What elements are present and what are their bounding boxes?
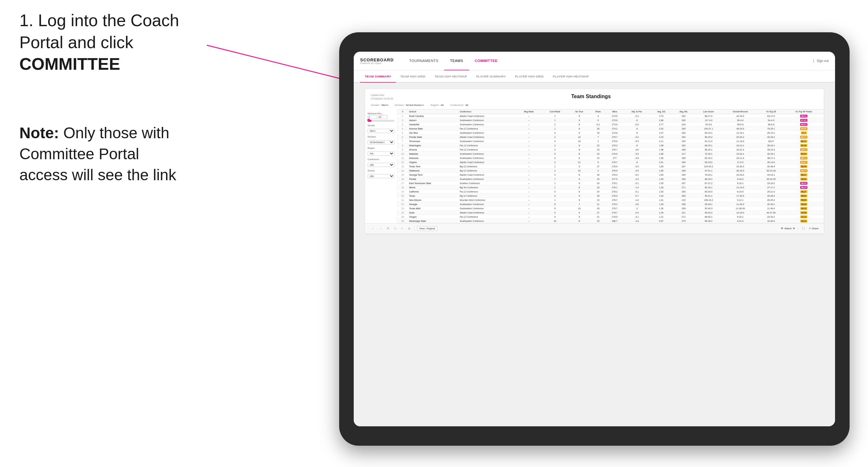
cell-avg-rd: 203: [672, 122, 695, 127]
cell-vs-top25: 39-23-3: [758, 148, 784, 152]
cell-overall: 18-12-1: [722, 144, 758, 148]
side-region-select[interactable]: N/A: [368, 152, 395, 156]
sign-out-link[interactable]: Sign out: [817, 59, 829, 63]
nav-tournaments[interactable]: TOURNAMENTS: [403, 52, 444, 70]
share-label: Share: [812, 227, 818, 230]
table-row: 13Texas TechBig 12 Conference–1927276.9-…: [397, 164, 824, 168]
cell-avg-rd: 265: [672, 127, 695, 131]
cell-low-score: 100-27.1: [695, 127, 722, 131]
cell-avg-rd: 260: [672, 118, 695, 122]
cell-avg-sg: 1.55: [650, 181, 672, 185]
cell-conference: Southeastern Conference: [458, 118, 516, 122]
cell-overall: 49-23-0: [722, 127, 758, 131]
cell-reg-rank: –: [516, 131, 541, 135]
cell-vs-top25: 38-17-1: [758, 156, 784, 160]
cell-conference: Atlantic Coast Conference: [458, 160, 516, 164]
cell-rnds: 2: [590, 139, 606, 144]
side-school-select[interactable]: (All): [368, 174, 395, 178]
toolbar-clock[interactable]: ◷: [407, 226, 411, 230]
cell-overall: 23-23-0: [722, 173, 758, 177]
toolbar-expand[interactable]: ⛶: [801, 226, 806, 230]
cell-overall: 23-11-0: [722, 156, 758, 160]
side-division-select[interactable]: NCAA Division I: [368, 140, 395, 144]
cell-conf-rank: 1: [541, 198, 568, 202]
sub-nav-player-h2h-heatmap[interactable]: PLAYER H2H HEATMAP: [548, 70, 593, 83]
cell-rank: 3: [397, 122, 408, 127]
toolbar-reload[interactable]: ↻: [386, 226, 391, 230]
cell-avg-sg: 1.28: [650, 185, 672, 190]
cell-conf-rank: 1: [541, 185, 568, 190]
cell-conference: Atlantic Coast Conference: [458, 135, 516, 139]
cell-conference: Southern Conference: [458, 181, 516, 185]
cell-avg-rd: 269: [672, 206, 695, 211]
cell-no-tour: 8: [568, 219, 590, 223]
cell-overall: 15-32-0: [722, 164, 758, 168]
cell-no-tour: 9: [568, 198, 590, 202]
cell-adj: -3.8: [623, 202, 650, 206]
cell-rnds: 6: [590, 160, 606, 164]
col-reg-rank: Reg Rank: [516, 110, 541, 114]
sub-nav-team-summary[interactable]: TEAM SUMMARY: [360, 70, 396, 83]
cell-reg-rank: –: [516, 144, 541, 148]
filter-division-value: NCAA Division I: [406, 104, 424, 106]
table-row: 4Arizona StatePac-12 Conference–1926274.…: [397, 127, 824, 131]
cell-rank: 17: [397, 181, 408, 185]
side-conference-select[interactable]: (All): [368, 163, 395, 167]
sub-nav-player-summary[interactable]: PLAYER SUMMARY: [472, 70, 510, 83]
view-original-btn[interactable]: View: Original: [417, 226, 437, 231]
side-division-label: Division: [368, 136, 395, 138]
cell-pts: 46.42: [784, 206, 824, 211]
cell-pts: 38.54: [784, 202, 824, 206]
cell-rnds: 21: [590, 215, 606, 219]
cell-reg-rank: –: [516, 152, 541, 156]
sub-nav-team-h2h-heatmap[interactable]: TEAM H2H HEATMAP: [430, 70, 472, 83]
cell-conference: Atlantic Coast Conference: [458, 173, 516, 177]
watch-btn[interactable]: 👁 Watch ▼: [781, 227, 795, 230]
cell-wins: 275.9: [606, 139, 623, 144]
toolbar-forward[interactable]: →: [378, 226, 383, 230]
nav-committee[interactable]: COMMITTEE: [469, 52, 504, 70]
min-rounds-input-2[interactable]: [378, 115, 388, 119]
cell-rnds: 18: [590, 131, 606, 135]
cell-wins: 279.1: [606, 185, 623, 190]
cell-no-tour: 9: [568, 118, 590, 122]
cell-school: Florida State: [408, 135, 459, 139]
filter-gender-label: Gender:: [371, 104, 380, 106]
table-row: 3VanderbiltSoutheastern Conference–286.2…: [397, 122, 824, 127]
filter-gender-value: Men's: [381, 104, 388, 106]
cell-school: North Carolina: [408, 114, 459, 118]
sub-nav-player-h2h-grid[interactable]: PLAYER H2H GRID: [510, 70, 548, 83]
cell-low-score: 117-4.0: [695, 118, 722, 122]
cell-wins: 278.7: [606, 211, 623, 215]
nav-teams[interactable]: TEAMS: [444, 52, 469, 70]
cell-reg-rank: –: [516, 160, 541, 164]
toolbar-add[interactable]: +: [400, 226, 404, 230]
min-rounds-input-1[interactable]: [368, 115, 377, 119]
cell-low-score: 80-25.2: [695, 177, 722, 181]
table-row: 26Mississippi StateSoutheastern Conferen…: [397, 219, 824, 223]
cell-conf-rank: 6: [541, 156, 568, 160]
toolbar-screenshot[interactable]: □: [393, 226, 397, 230]
panel-title: Team Standings: [393, 94, 789, 99]
share-btn[interactable]: ↗ Share: [809, 227, 818, 230]
side-gender-select[interactable]: Men's: [368, 129, 395, 133]
cell-low-score: 91-6.0: [695, 122, 722, 127]
sub-nav-team-h2h-grid[interactable]: TEAM H2H GRID: [396, 70, 430, 83]
cell-no-tour: 9: [568, 127, 590, 131]
cell-no-tour: 18: [568, 139, 590, 144]
cell-overall: 9-10-1: [722, 181, 758, 185]
cell-conference: Atlantic Coast Conference: [458, 211, 516, 215]
toolbar-back[interactable]: ←: [370, 226, 375, 230]
cell-school: Duke: [408, 211, 459, 215]
cell-rank: 12: [397, 160, 408, 164]
table-row: 16FloridaSoutheastern Conference–7924277…: [397, 177, 824, 181]
cell-vs-top25: 34-24-25: [758, 177, 784, 181]
committee-keyword: COMMITTEE: [20, 55, 120, 73]
cell-wins: 276.9: [606, 152, 623, 156]
table-row: 12VirginiaAtlantic Coast Conference–4216…: [397, 160, 824, 164]
cell-pts: 98.36: [784, 181, 824, 185]
cell-pts: 87.21: [784, 118, 824, 122]
table-row: 25OregonPac-12 Conference–5921279.5-3.11…: [397, 215, 824, 219]
cell-rnds: 23: [590, 152, 606, 156]
cell-overall: 9-19-1: [722, 215, 758, 219]
